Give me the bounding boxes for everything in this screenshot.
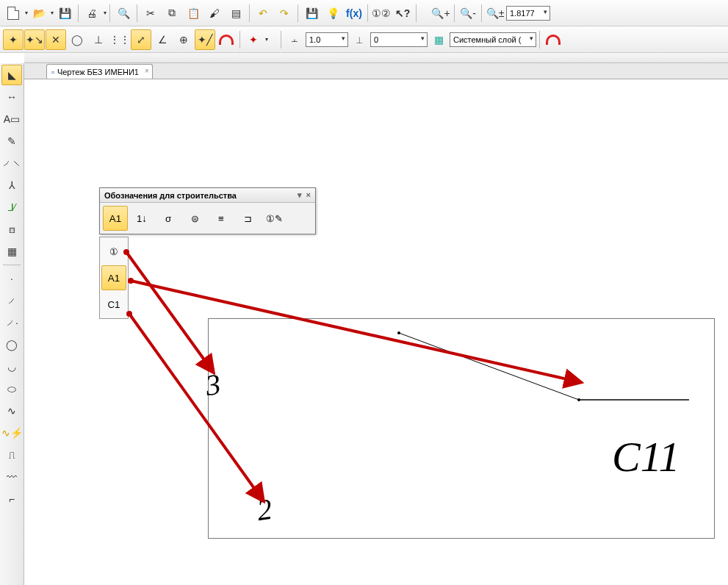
style-value: 0 — [374, 35, 378, 44]
help-tip-button[interactable]: 💡 — [322, 3, 343, 24]
param-tool-button[interactable]: ⅄ — [1, 175, 22, 195]
style-point-button[interactable]: ✦ — [243, 29, 264, 50]
tool-panel: ◣ ↔ A▭ ✎ ⟋⟍ ⅄ ⅃⁄ ⧈ ▦ · ⟋ ⟋· ◯ ◡ ⬭ ∿ ∿⚡ ⎍… — [0, 63, 24, 585]
print-preview-button[interactable]: 🔍 — [113, 3, 134, 24]
style-combo[interactable]: 0 — [370, 32, 428, 47]
layer-button[interactable]: ▦ — [428, 29, 449, 50]
main-toolbar: ▾ 📂 ▾ 💾 🖨 ▾ 🔍 ✂ ⧉ 📋 🖌 ▤ ↶ ↷ 💾 💡 f(x) ①② … — [0, 0, 728, 26]
palette-titlebar[interactable]: Обозначения для строительства ▾ × — [100, 188, 315, 203]
flyout-option-1[interactable]: ① — [101, 239, 126, 264]
cursor-help-button[interactable]: ↖? — [392, 3, 413, 24]
palette-close-icon[interactable]: × — [306, 190, 311, 200]
properties-button[interactable]: ▤ — [226, 3, 246, 24]
flyout-option-a1[interactable]: A1 — [101, 265, 126, 290]
tab-label: Чертеж БЕЗ ИМЕНИ1 — [57, 68, 139, 76]
spec-tool-button[interactable]: ▦ — [1, 241, 22, 262]
save-button[interactable]: 💾 — [54, 3, 75, 24]
select-tool-button[interactable]: ⧈ — [1, 219, 22, 240]
snap-angle-button[interactable]: ∠ — [152, 29, 173, 50]
segment-tool-button[interactable]: ⟋ — [1, 290, 22, 311]
marker-level-button[interactable]: 1↓ — [129, 206, 154, 231]
snap-endpoint-button[interactable]: ✦╱ — [195, 29, 215, 50]
line-width-combo[interactable]: 1.0 — [306, 32, 348, 47]
line-style-button[interactable]: ⟂ — [349, 29, 370, 50]
snap-normal-button[interactable]: ⊥ — [88, 29, 109, 50]
snap-toolbar: ✦ ✦↘ ✕ ◯ ⊥ ⋮⋮ ⤢ ∠ ⊕ ✦╱ ✦ ▾ ⫠ 1.0 ⟂ 0 ▦ С… — [0, 26, 728, 53]
point-tool-button[interactable]: · — [1, 268, 22, 289]
dropdown-arrow-icon[interactable]: ▾ — [25, 10, 28, 16]
drawing-canvas[interactable]: С11 — [24, 79, 728, 585]
print-button[interactable]: 🖨 — [82, 3, 102, 24]
open-file-button[interactable]: 📂 — [29, 3, 49, 24]
zoom-value: 1.8177 — [510, 9, 535, 18]
marker-a1-button[interactable]: A1 — [103, 206, 128, 231]
dropdown-arrow-icon[interactable]: ▾ — [104, 10, 107, 16]
arc-tool-button[interactable]: ◡ — [1, 356, 22, 377]
layer-value: Системный слой ( — [453, 35, 521, 44]
close-icon[interactable]: × — [145, 67, 149, 75]
line-tool-button[interactable]: ⟋· — [1, 312, 22, 333]
marker-frag-button[interactable]: ≡ — [209, 206, 234, 231]
zoom-out-button[interactable]: 🔍- — [458, 3, 478, 24]
chamfer-tool-button[interactable]: ⌐ — [1, 489, 22, 509]
params-button[interactable]: ①② — [371, 3, 392, 24]
dropdown-arrow-icon[interactable]: ▾ — [265, 36, 268, 43]
ellipse-tool-button[interactable]: ⬭ — [1, 378, 22, 399]
circle-tool-button[interactable]: ◯ — [1, 334, 22, 355]
zoom-in-button[interactable]: 🔍+ — [430, 3, 451, 24]
snap-axis-button[interactable]: ⤢ — [131, 29, 151, 50]
new-file-button[interactable] — [3, 3, 24, 24]
undo-button[interactable]: ↶ — [253, 3, 273, 24]
geometry-tool-button[interactable]: ◣ — [1, 65, 22, 85]
page-boundary — [208, 318, 715, 539]
zoom-combo[interactable]: 1.8177 — [506, 6, 550, 21]
format-painter-button[interactable]: 🖌 — [204, 3, 225, 24]
magnet2-button[interactable] — [543, 29, 563, 50]
snap-center-button[interactable]: ⊕ — [173, 29, 194, 50]
label-c11: С11 — [612, 432, 680, 481]
flyout-option-c1[interactable]: C1 — [101, 292, 126, 317]
marker-node-button[interactable]: ⊜ — [182, 206, 207, 231]
dimension-style-button[interactable]: ⫠ — [284, 29, 305, 50]
copy-button[interactable]: ⧉ — [162, 3, 182, 24]
dropdown-arrow-icon[interactable]: ▾ — [51, 10, 54, 16]
bezier-tool-button[interactable]: 〰 — [1, 467, 22, 487]
palette-collapse-icon[interactable]: ▾ — [298, 190, 302, 200]
snap-intersect-button[interactable]: ✕ — [46, 29, 66, 50]
marker-section-button[interactable]: σ — [156, 206, 181, 231]
save-all-button[interactable]: 💾 — [301, 3, 322, 24]
polyline-tool-button[interactable]: ⎍ — [1, 445, 22, 465]
measure-tool-button[interactable]: ⅃⁄ — [1, 197, 22, 218]
text-tool-button[interactable]: A▭ — [1, 109, 22, 129]
redo-button[interactable]: ↷ — [274, 3, 295, 24]
snap-toggle-button[interactable] — [216, 29, 237, 50]
nurbs-tool-button[interactable]: ∿⚡ — [1, 423, 22, 443]
dimensions-tool-button[interactable]: ↔ — [1, 87, 22, 107]
snap-tangent-button[interactable]: ◯ — [67, 29, 87, 50]
construction-markers-palette: Обозначения для строительства ▾ × A1 1↓ … — [99, 187, 316, 234]
snap-point-button[interactable]: ✦ — [3, 29, 24, 50]
edit-tool-button[interactable]: ⟋⟍ — [1, 153, 22, 173]
spline-tool-button[interactable]: ∿ — [1, 401, 22, 421]
layer-combo[interactable]: Системный слой ( — [450, 32, 536, 47]
document-tabstrip: ▫ Чертеж БЕЗ ИМЕНИ1 × — [24, 63, 728, 79]
palette-title-text: Обозначения для строительства — [104, 191, 237, 200]
document-icon: ▫ — [51, 68, 54, 76]
paste-button[interactable]: 📋 — [183, 3, 203, 24]
document-tab[interactable]: ▫ Чертеж БЕЗ ИМЕНИ1 × — [46, 64, 153, 79]
construction-tool-button[interactable]: ✎ — [1, 131, 22, 151]
snap-grid-button[interactable]: ⋮⋮ — [109, 29, 130, 50]
marker-pos-button[interactable]: ①✎ — [262, 206, 286, 231]
marker-break-button[interactable]: ⊐ — [235, 206, 260, 231]
cut-button[interactable]: ✂ — [140, 3, 161, 24]
line-width-value: 1.0 — [309, 35, 320, 44]
zoom-scale-button[interactable]: 🔍± — [485, 3, 505, 24]
variables-button[interactable]: f(x) — [344, 3, 364, 24]
flyout-palette: ① A1 C1 — [99, 237, 129, 319]
snap-nearest-button[interactable]: ✦↘ — [24, 29, 45, 50]
